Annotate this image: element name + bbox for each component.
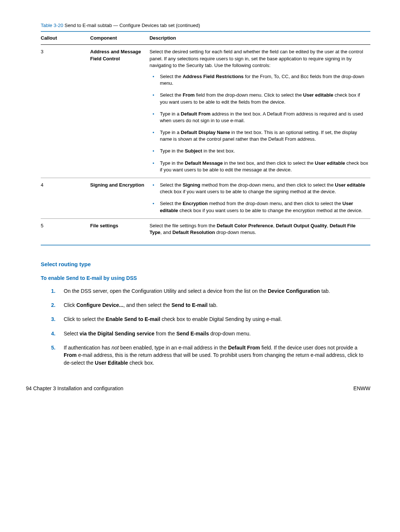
header-description: Description bbox=[150, 31, 370, 45]
step-item: On the DSS server, open the Configuratio… bbox=[51, 287, 370, 295]
list-item: Type in the Default Message in the text … bbox=[150, 160, 368, 173]
description-intro: Select the file settings from the Defaul… bbox=[150, 222, 368, 236]
list-item: Select the Encryption method from the dr… bbox=[150, 200, 368, 214]
cell-component: Address and Message Field Control bbox=[90, 45, 150, 178]
config-table: Callout Component Description 3Address a… bbox=[41, 31, 370, 245]
description-intro: Select the desired setting for each fiel… bbox=[150, 48, 368, 69]
cell-callout: 4 bbox=[41, 178, 90, 219]
header-component: Component bbox=[90, 31, 150, 45]
header-callout: Callout bbox=[41, 31, 90, 45]
steps-list: On the DSS server, open the Configuratio… bbox=[51, 287, 370, 367]
step-item: Select via the Digital Sending service f… bbox=[51, 330, 370, 337]
step-item: Click Configure Device..., and then sele… bbox=[51, 301, 370, 309]
footer-left: 94 Chapter 3 Installation and configurat… bbox=[26, 385, 123, 392]
cell-component: Signing and Encryption bbox=[90, 178, 150, 219]
step-item: Click to select the Enable Send to E-mai… bbox=[51, 315, 370, 323]
cell-description: Select the file settings from the Defaul… bbox=[150, 218, 370, 245]
list-item: Select the Signing method from the drop-… bbox=[150, 182, 368, 195]
table-row: 5File settingsSelect the file settings f… bbox=[41, 218, 370, 245]
step-item: If authentication has not been enabled, … bbox=[51, 344, 370, 367]
list-item: Select the Address Field Restrictions fo… bbox=[150, 73, 368, 87]
table-number: Table 3-20 bbox=[41, 23, 63, 28]
description-bullets: Select the Address Field Restrictions fo… bbox=[150, 73, 368, 173]
cell-callout: 5 bbox=[41, 218, 90, 245]
table-row: 3Address and Message Field ControlSelect… bbox=[41, 45, 370, 178]
cell-callout: 3 bbox=[41, 45, 90, 178]
list-item: Type in the Subject in the text box. bbox=[150, 148, 368, 154]
subsection-heading: To enable Send to E-mail by using DSS bbox=[41, 275, 370, 282]
cell-component: File settings bbox=[90, 218, 150, 245]
page-footer: 94 Chapter 3 Installation and configurat… bbox=[26, 385, 370, 392]
cell-description: Select the desired setting for each fiel… bbox=[150, 45, 370, 178]
table-row: 4Signing and EncryptionSelect the Signin… bbox=[41, 178, 370, 219]
description-bullets: Select the Signing method from the drop-… bbox=[150, 182, 368, 214]
footer-right: ENWW bbox=[353, 385, 370, 392]
cell-description: Select the Signing method from the drop-… bbox=[150, 178, 370, 219]
section-heading: Select routing type bbox=[41, 260, 370, 268]
table-caption-text: Send to E-mail subtab — Configure Device… bbox=[63, 23, 200, 28]
list-item: Type in a Default From address in the te… bbox=[150, 111, 368, 124]
list-item: Select the From field from the drop-down… bbox=[150, 92, 368, 105]
list-item: Type in a Default Display Name in the te… bbox=[150, 129, 368, 143]
table-caption: Table 3-20 Send to E-mail subtab — Confi… bbox=[41, 22, 370, 29]
